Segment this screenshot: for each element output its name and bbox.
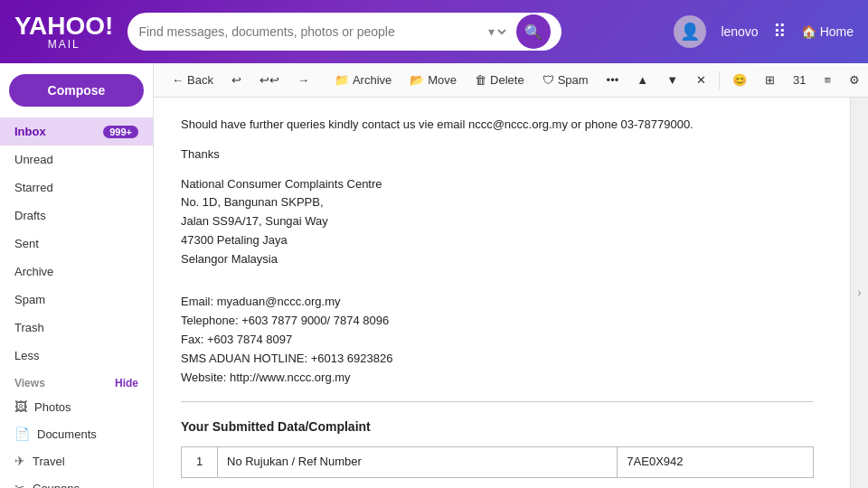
- photos-icon: 🖼: [14, 399, 27, 414]
- toolbar-right: ▲ ▼ ✕ 😊 ⊞ 31 ≡: [629, 69, 867, 91]
- org-name: National Consumer Complaints Centre No. …: [181, 175, 814, 269]
- divider: [181, 401, 814, 402]
- down-arrow-icon: ▼: [666, 73, 678, 87]
- sidebar-item-sent[interactable]: Sent: [0, 230, 153, 258]
- table-row-value: 7AE0X942: [618, 446, 814, 477]
- sidebar-item-inbox[interactable]: Inbox 999+: [0, 117, 153, 145]
- delete-icon: 🗑: [475, 73, 486, 87]
- more-button[interactable]: •••: [599, 69, 627, 91]
- table-row-label: No Rujukan / Ref Number: [218, 446, 618, 477]
- sidebar-item-starred[interactable]: Starred: [0, 174, 153, 202]
- toolbar-sep-2: [719, 71, 720, 89]
- contact-details: Email: myaduan@nccc.org.my Telephone: +6…: [181, 293, 814, 387]
- back-arrow-icon: ←: [172, 73, 184, 87]
- hide-views-button[interactable]: Hide: [115, 377, 138, 389]
- sidebar-item-spam[interactable]: Spam: [0, 286, 153, 314]
- sidebar-item-unread[interactable]: Unread: [0, 145, 153, 174]
- sidebar-item-drafts[interactable]: Drafts: [0, 202, 153, 230]
- settings-button[interactable]: ⚙: [842, 69, 867, 91]
- forward-icon: →: [297, 73, 309, 87]
- documents-icon: 📄: [14, 427, 30, 441]
- sidebar-item-archive[interactable]: Archive: [0, 258, 153, 286]
- travel-icon: ✈: [14, 454, 25, 468]
- emoji-button[interactable]: 😊: [725, 69, 754, 91]
- grid-view-button[interactable]: ⊞: [758, 69, 782, 91]
- prev-message-button[interactable]: ▲: [629, 69, 656, 91]
- emoji-icon: 😊: [732, 73, 747, 87]
- close-icon: ✕: [696, 73, 706, 87]
- up-arrow-icon: ▲: [637, 73, 648, 87]
- search-button[interactable]: 🔍: [516, 14, 551, 49]
- list-icon: ≡: [824, 73, 831, 87]
- sidebar-item-coupons[interactable]: ✂ Coupons: [0, 474, 153, 488]
- spam-icon: 🛡: [542, 73, 554, 87]
- archive-icon: 📁: [335, 73, 349, 87]
- yahoo-logo: YAHOO! MAIL: [14, 14, 113, 50]
- sidebar-item-photos[interactable]: 🖼 Photos: [0, 393, 153, 420]
- contact-query-text: Should have further queries kindly conta…: [181, 116, 814, 135]
- user-icon: 👤: [680, 22, 700, 42]
- undo-button[interactable]: ↩: [224, 69, 249, 91]
- sidebar-item-travel[interactable]: ✈ Travel: [0, 447, 153, 474]
- search-bar: ▾ 🔍: [127, 13, 561, 51]
- delete-button[interactable]: 🗑 Delete: [467, 69, 532, 91]
- archive-button[interactable]: 📁 Archive: [327, 69, 399, 91]
- sidebar: Compose Inbox 999+ Unread Starred Drafts…: [0, 63, 154, 488]
- home-icon: 🏠: [801, 24, 816, 39]
- views-section-header: Views Hide: [0, 370, 153, 393]
- calendar-button[interactable]: 31: [786, 69, 813, 91]
- gear-icon: ⚙: [849, 73, 860, 87]
- email-panel: ← Back ↩ ↩↩ → 📁 Archive 📂 Move 🗑: [154, 63, 868, 488]
- complaint-section-title: Your Submitted Data/Complaint: [181, 417, 814, 436]
- more-icon: •••: [607, 73, 619, 87]
- email-body: Should have further queries kindly conta…: [181, 116, 814, 478]
- next-message-button[interactable]: ▼: [659, 69, 685, 91]
- thanks-text: Thanks: [181, 145, 814, 164]
- username-label: lenovo: [721, 24, 758, 39]
- complaint-table: 1 No Rujukan / Ref Number 7AE0X942: [181, 446, 814, 478]
- sidebar-item-less[interactable]: Less: [0, 342, 153, 370]
- move-button[interactable]: 📂 Move: [402, 69, 464, 91]
- main-container: Compose Inbox 999+ Unread Starred Drafts…: [0, 63, 868, 488]
- reply-all-icon: ↩↩: [259, 73, 279, 87]
- coupons-icon: ✂: [14, 481, 25, 488]
- email-toolbar: ← Back ↩ ↩↩ → 📁 Archive 📂 Move 🗑: [154, 63, 868, 98]
- table-row-num: 1: [182, 446, 218, 477]
- avatar[interactable]: 👤: [674, 15, 706, 48]
- sidebar-item-trash[interactable]: Trash: [0, 314, 153, 342]
- close-email-button[interactable]: ✕: [689, 69, 713, 91]
- grid-view-icon: ⊞: [765, 73, 775, 87]
- spam-button[interactable]: 🛡 Spam: [535, 69, 596, 91]
- right-panel-toggle[interactable]: ›: [850, 98, 868, 488]
- undo-icon: ↩: [231, 73, 241, 87]
- list-view-button[interactable]: ≡: [816, 69, 838, 91]
- email-body-area: Should have further queries kindly conta…: [154, 98, 850, 488]
- apps-grid-icon[interactable]: ⠿: [773, 21, 787, 42]
- search-icon: 🔍: [524, 23, 542, 41]
- forward-button[interactable]: →: [290, 69, 316, 91]
- table-row: 1 No Rujukan / Ref Number 7AE0X942: [182, 446, 814, 477]
- header-right: 👤 lenovo ⠿ 🏠 Home: [674, 15, 854, 48]
- calendar-icon: 31: [793, 73, 806, 87]
- search-dropdown[interactable]: ▾: [485, 23, 509, 40]
- search-input[interactable]: [138, 24, 477, 39]
- back-button[interactable]: ← Back: [165, 69, 221, 91]
- app-header: YAHOO! MAIL ▾ 🔍 👤 lenovo ⠿ 🏠 Home: [0, 0, 868, 63]
- reply-all-button[interactable]: ↩↩: [252, 69, 287, 91]
- sidebar-item-documents[interactable]: 📄 Documents: [0, 420, 153, 447]
- compose-button[interactable]: Compose: [9, 74, 144, 107]
- move-icon: 📂: [410, 73, 424, 87]
- home-button[interactable]: 🏠 Home: [801, 24, 854, 39]
